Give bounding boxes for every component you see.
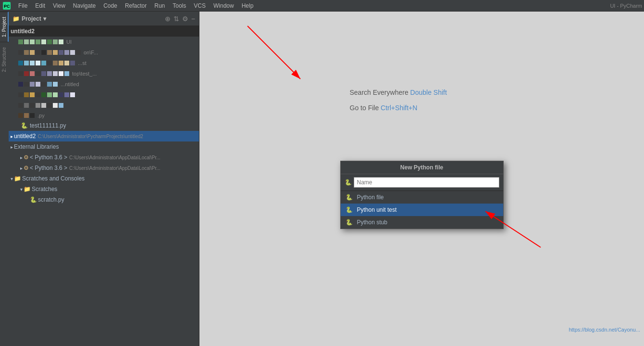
py36-icon-2: ⚙ (24, 165, 29, 171)
py36-label-1: < Python 3.6 > (30, 154, 67, 161)
ext-libraries-label: External Libraries (14, 143, 59, 150)
python-stub-label: Python stub (357, 219, 387, 226)
py-file-icon: 🐍 (20, 122, 28, 129)
py36-icon-1: ⚙ (24, 154, 29, 161)
tab-project[interactable]: 1: Project (0, 12, 9, 42)
collapse-icon[interactable]: ⇅ (173, 15, 179, 23)
project-name-label: untitled2 (11, 28, 35, 35)
scratches-consoles[interactable]: ▾ 📁 Scratches and Consoles (9, 173, 199, 184)
scratches-icon: 📁 (24, 186, 31, 192)
menu-tools[interactable]: Tools (169, 1, 190, 10)
svg-text:PC: PC (4, 4, 10, 9)
file-tree: UI on\F... (9, 37, 199, 346)
add-icon[interactable]: ⊕ (165, 15, 171, 23)
window-title: UI - PyCharm (610, 3, 642, 9)
file-test111111[interactable]: 🐍 test111111.py (9, 120, 199, 131)
tree-row-7[interactable] (9, 100, 199, 111)
scratches-consoles-label: Scratches and Consoles (22, 175, 85, 182)
settings-icon[interactable]: ⚙ (182, 15, 188, 23)
scratch-py[interactable]: 🐍 scratch.py (9, 194, 199, 205)
header-actions: ⊕ ⇅ ⚙ − (165, 15, 195, 23)
menu-view[interactable]: View (49, 1, 69, 10)
option-python-file[interactable]: 🐍 Python file (341, 191, 503, 204)
menu-vcs[interactable]: VCS (190, 1, 210, 10)
menu-window[interactable]: Window (210, 1, 238, 10)
goto-shortcut: Ctrl+Shift+N (381, 104, 417, 112)
python-stub-icon: 🐍 (346, 218, 353, 226)
python36-1[interactable]: ▸ ⚙ < Python 3.6 > C:\Users\Administrato… (9, 152, 199, 163)
py36-arrow-1: ▸ (20, 155, 23, 160)
tree-row-1[interactable]: UI (9, 37, 199, 47)
tree-row-4[interactable]: top\test_... (9, 68, 199, 79)
external-libraries[interactable]: ▸ External Libraries (9, 141, 199, 152)
py36-label-2: < Python 3.6 > (30, 165, 67, 171)
python-unit-test-icon: 🐍 (346, 206, 353, 214)
edge-tabs: 1: Project 2: Structure (0, 12, 9, 346)
menu-help[interactable]: Help (238, 1, 258, 10)
py36-path-1: C:\Users\Administrator\AppData\Local\Pr.… (69, 155, 161, 160)
svg-line-2 (248, 26, 300, 79)
dialog-title: New Python file (341, 161, 503, 174)
project-root-title: untitled2 (9, 26, 199, 37)
menu-file[interactable]: File (14, 1, 31, 10)
project-header: 📁 Project ▾ ⊕ ⇅ ⚙ − (9, 12, 199, 26)
scratch-console-icon: 📁 (14, 175, 21, 182)
tree-row-5[interactable]: ...ntitled (9, 79, 199, 90)
python-file-icon: 🐍 (346, 193, 353, 201)
tree-row-scratch-area[interactable]: .py (9, 111, 199, 120)
tree-row-6[interactable] (9, 90, 199, 100)
project-label: Project (22, 15, 41, 22)
file-type-icon: 🐍 (345, 179, 352, 186)
scratches-arrow: ▾ (20, 187, 23, 192)
search-shortcut: Double Shift (410, 89, 447, 96)
python-unit-test-label: Python unit test (357, 206, 397, 213)
python-file-label: Python file (357, 194, 384, 201)
project-title: 📁 Project ▾ (12, 15, 46, 22)
file-test111111-label: test111111.py (30, 122, 199, 129)
menubar: PC File Edit View Navigate Code Refactor… (0, 0, 644, 12)
menu-run[interactable]: Run (150, 1, 169, 10)
menu-navigate[interactable]: Navigate (69, 1, 99, 10)
search-everywhere-hint: Search Everywhere Double Shift (350, 89, 494, 96)
scratch-py-icon: 🐍 (30, 196, 37, 203)
py36-path-2: C:\Users\Administrator\AppData\Local\Pr.… (69, 166, 161, 171)
main-content: Search Everywhere Double Shift Go to Fil… (199, 12, 644, 346)
option-python-stub[interactable]: 🐍 Python stub (341, 216, 503, 229)
project-untitled2[interactable]: ▸ untitled2 C:\Users\Administrator\Pycha… (9, 131, 199, 141)
project-path: C:\Users\Administrator\PycharmProjects\u… (37, 134, 143, 139)
tree-row-3[interactable]: ...st (9, 58, 199, 68)
project-dropdown[interactable]: ▾ (43, 15, 46, 22)
new-python-file-dialog: New Python file 🐍 🐍 Python file 🐍 Python… (340, 161, 504, 229)
left-panel: 1: Project 2: Structure 📁 Project ▾ ⊕ ⇅ … (0, 12, 199, 346)
filename-input[interactable] (354, 177, 499, 188)
tree-row-2[interactable]: on\F... (9, 47, 199, 58)
minimize-icon[interactable]: − (191, 15, 195, 23)
option-python-unit-test[interactable]: 🐍 Python unit test (341, 204, 503, 216)
status-url: https://blog.csdn.net/Cayonu... (569, 327, 640, 333)
tab-structure[interactable]: 2: Structure (0, 42, 9, 77)
python36-2[interactable]: ▸ ⚙ < Python 3.6 > C:\Users\Administrato… (9, 163, 199, 173)
scratches-folder[interactable]: ▾ 📁 Scratches (9, 184, 199, 194)
menu-refactor[interactable]: Refactor (121, 1, 150, 10)
project-untitled2-label: untitled2 (14, 133, 36, 140)
scratch-arrow: ▾ (11, 176, 13, 181)
py36-arrow-2: ▸ (20, 166, 23, 171)
pycharm-logo: PC (2, 1, 12, 11)
dialog-input-row: 🐍 (341, 174, 503, 191)
scratch-py-label: scratch.py (38, 196, 64, 203)
menu-edit[interactable]: Edit (31, 1, 49, 10)
goto-file-hint: Go to File Ctrl+Shift+N (350, 104, 494, 112)
scratches-label: Scratches (32, 186, 57, 192)
ext-arrow: ▸ (11, 144, 13, 150)
expand-arrow: ▸ (11, 134, 13, 139)
folder-icon: 📁 (12, 15, 20, 22)
search-hints: Search Everywhere Double Shift Go to Fil… (350, 89, 494, 119)
menu-code[interactable]: Code (99, 1, 121, 10)
